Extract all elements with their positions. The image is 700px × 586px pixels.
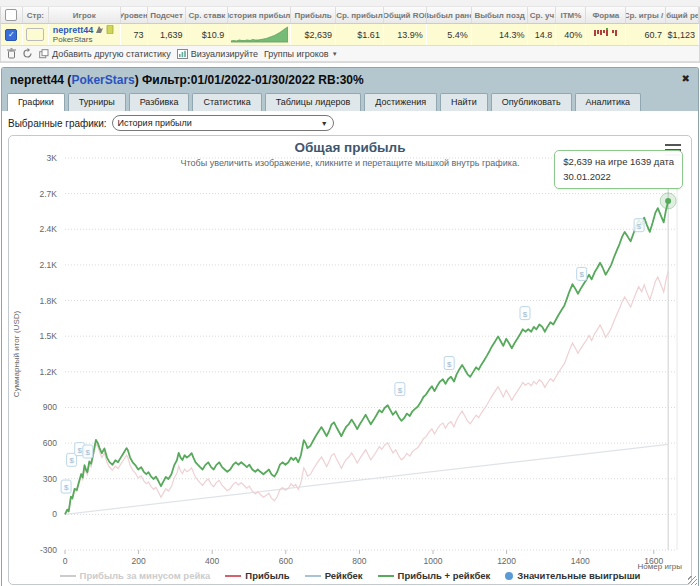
profit-history-sparkline[interactable] xyxy=(231,26,288,43)
player-stats-table: Стр:ИгрокУровенПодсчетСр. ставкИстория п… xyxy=(0,7,700,63)
sharkscope-page: Стр:ИгрокУровенПодсчетСр. ставкИстория п… xyxy=(0,0,700,586)
column-header[interactable]: Форма xyxy=(586,7,626,23)
legend-item-1[interactable]: Прибыль за минусом рейка xyxy=(60,570,211,581)
itm-value: 40% xyxy=(556,24,586,45)
stats-header-row: Стр:ИгрокУровенПодсчетСр. ставкИстория п… xyxy=(1,7,699,24)
y-tick-label: 300 xyxy=(43,474,57,484)
y-tick-label: 2.4K xyxy=(40,224,58,234)
hovered-point xyxy=(665,198,671,204)
column-header[interactable]: Подсчет xyxy=(148,7,187,23)
bust-early-value: 5.4% xyxy=(427,24,472,45)
tab-4[interactable]: Статистика xyxy=(192,93,261,111)
chart-legend: Прибыль за минусом рейкаПрибыльРейкбекПр… xyxy=(9,570,691,581)
select-caret-icon: ▼ xyxy=(321,120,328,127)
column-header[interactable]: Общий рей xyxy=(666,7,699,23)
significant-win-marker[interactable]: $ xyxy=(577,267,587,280)
graph-type-select[interactable]: История прибыли ▼ xyxy=(112,115,334,131)
top-strip xyxy=(0,0,700,7)
y-tick-label: 2.1K xyxy=(40,260,58,270)
x-tick-label: 1400 xyxy=(571,556,590,566)
column-header[interactable]: Общий ROI xyxy=(384,7,427,23)
tab-9[interactable]: Аналитика xyxy=(575,93,642,111)
x-tick-label: 0 xyxy=(63,556,68,566)
tab-3[interactable]: Разбивка xyxy=(129,93,190,111)
player-cell: neprett44 PokerStars xyxy=(49,24,121,45)
x-tick-label: 600 xyxy=(279,556,293,566)
column-header[interactable]: Ср. уч xyxy=(528,7,556,23)
significant-win-marker[interactable]: $ xyxy=(520,307,530,320)
column-header[interactable]: Стр: xyxy=(23,7,49,23)
column-header[interactable]: Выбыл рано xyxy=(427,7,472,23)
column-header[interactable] xyxy=(1,7,23,23)
chart-tooltip: $2,639 на игре 1639 дата 30.01.2022 xyxy=(554,150,683,189)
chart-icon xyxy=(177,49,188,59)
tab-6[interactable]: Достижения xyxy=(364,93,437,111)
visualize-button[interactable]: Визуализируйте xyxy=(177,49,258,59)
count-value: 1,639 xyxy=(148,24,187,45)
player-name-link[interactable]: neprett44 xyxy=(53,25,94,35)
profit-chart[interactable]: 3K2.7K2.4K2.1K1.8K1.5K1.2K9006003000-300… xyxy=(8,135,692,585)
column-header[interactable]: Игрок xyxy=(49,7,121,23)
add-statistic-button[interactable]: Добавить другую статистику xyxy=(39,49,171,59)
column-header[interactable]: Уровен xyxy=(121,7,148,23)
significant-win-marker[interactable]: $ xyxy=(83,445,93,458)
significant-win-marker[interactable]: $ xyxy=(395,383,405,396)
note-icon[interactable] xyxy=(95,25,104,34)
total-rake-value: $1,123 xyxy=(666,24,699,45)
significant-win-marker[interactable]: $ xyxy=(61,480,71,493)
avg-games-value: 60.7 xyxy=(626,24,666,45)
chart-plot-area[interactable]: 3K2.7K2.4K2.1K1.8K1.5K1.2K9006003000-300… xyxy=(9,136,691,582)
svg-text:$: $ xyxy=(523,310,528,319)
svg-text:$: $ xyxy=(398,386,403,395)
tab-8[interactable]: Опубликовать xyxy=(491,93,572,111)
refresh-icon[interactable] xyxy=(22,48,33,59)
panel-title-filter: Фильтр:01/01/2022-01/30/2022 RB:30% xyxy=(142,73,364,87)
y-axis-title: Суммарный итог (USD) xyxy=(12,311,21,398)
bust-late-value: 14.3% xyxy=(472,24,529,45)
ukraine-flag-icon xyxy=(26,28,44,41)
legend-item-4[interactable]: Прибыль + рейкбек xyxy=(378,570,491,581)
column-header[interactable]: История прибыли xyxy=(228,7,291,23)
column-header[interactable]: ITM% xyxy=(556,7,586,23)
tab-5[interactable]: Таблицы лидеров xyxy=(265,93,362,111)
legend-item-3[interactable]: Рейкбек xyxy=(305,570,363,581)
y-tick-label: 1.5K xyxy=(40,331,58,341)
tab-1[interactable]: Графики xyxy=(7,93,65,111)
avg-entrants-value: 14.8 xyxy=(528,24,556,45)
y-tick-label: 2.7K xyxy=(40,189,58,199)
player-detail-panel: neprett44 (PokerStars) Фильтр:01/01/2022… xyxy=(1,67,699,586)
y-tick-label: 0 xyxy=(52,509,57,519)
avg-profit-value: $1.61 xyxy=(336,24,384,45)
svg-text:$: $ xyxy=(64,483,69,492)
select-all-checkbox[interactable] xyxy=(5,9,17,21)
legend-item-2[interactable]: Прибыль xyxy=(225,570,289,581)
delete-icon[interactable] xyxy=(7,48,16,59)
x-tick-label: 1200 xyxy=(497,556,516,566)
player-groups-dropdown[interactable]: Группы игроков ▼ xyxy=(264,49,338,59)
significant-win-marker[interactable]: $ xyxy=(634,219,644,232)
total-roi-value: 13.9% xyxy=(384,24,427,45)
tab-2[interactable]: Турниры xyxy=(68,93,126,111)
y-tick-label: 600 xyxy=(43,438,57,448)
column-header[interactable]: Прибыль xyxy=(291,7,336,23)
column-header[interactable]: Выбыл позд xyxy=(472,7,529,23)
legend-item-5[interactable]: Значительные выигрыши xyxy=(505,570,640,581)
row-checkbox[interactable]: ✓ xyxy=(5,29,17,41)
column-header[interactable]: Ср. игры / , xyxy=(626,7,666,23)
svg-text:$: $ xyxy=(86,448,91,457)
close-icon[interactable]: ✖ xyxy=(682,73,690,84)
panel-title-site-link[interactable]: PokerStars xyxy=(71,73,134,87)
x-tick-label: 200 xyxy=(132,556,146,566)
svg-text:$: $ xyxy=(77,446,82,455)
svg-text:$: $ xyxy=(579,270,584,279)
column-header[interactable]: Ср. ставк xyxy=(186,7,228,23)
x-tick-label: 1000 xyxy=(424,556,443,566)
avg-stake-value: $10.9 xyxy=(186,24,228,45)
y-tick-label: -300 xyxy=(40,545,57,555)
profit-value: $2,639 xyxy=(291,24,336,45)
column-header[interactable]: Ср. прибыл xyxy=(336,7,384,23)
significant-win-marker[interactable]: $ xyxy=(444,357,454,370)
form-bars-icon xyxy=(594,28,617,42)
tab-7[interactable]: Найти xyxy=(440,93,488,111)
resize-grip[interactable] xyxy=(688,576,697,585)
